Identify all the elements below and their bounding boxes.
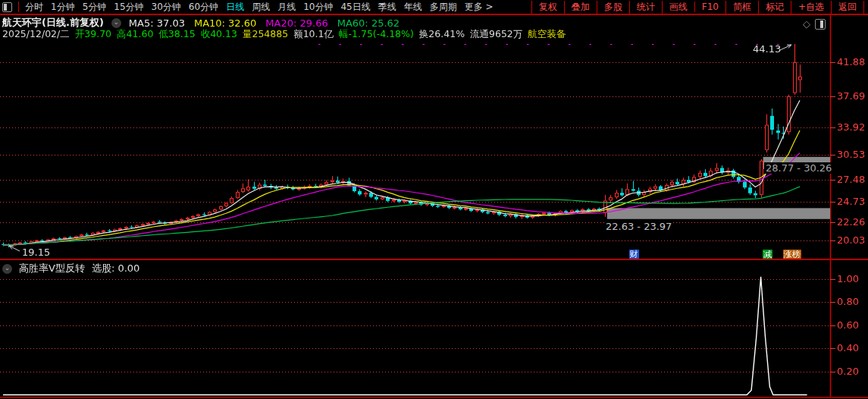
price-tick-label: 41.88 [837,56,865,68]
indicator-tick-label: 1.00 [837,273,859,284]
diamond-icon[interactable]: ◇ [803,18,810,30]
toolbar-action[interactable]: 画线 [662,1,694,14]
period-tab[interactable]: 月线 [277,1,296,14]
panel-divider [0,259,868,260]
price-tick-label: 33.92 [837,121,865,133]
toolbar-left: 分时1分钟5分钟15分钟30分钟60分钟日线周线月线10分钟45日线季线年线多周… [0,1,494,14]
quote-field: 幅-1.75(-4.18%) [339,28,414,41]
trading-terminal: 分时1分钟5分钟15分钟30分钟60分钟日线周线月线10分钟45日线季线年线多周… [0,0,868,399]
select-value: 0.00 [118,262,139,274]
toolbar-action[interactable]: 叠加 [564,1,597,14]
toolbar-action[interactable]: 复权 [531,1,564,14]
toolbar-action[interactable]: 标记 [758,1,791,14]
quote-field: 额10.1亿 [293,28,334,41]
quote-field: 高41.60 [117,28,153,41]
ma-label: MA60: 25.62 [337,17,400,29]
info-bar: 2025/12/02/二 开39.70高41.60低38.15收40.13量25… [2,28,566,41]
trade-date: 2025/12/02/二 [2,28,70,41]
indicator-tick-label: 0.60 [837,319,859,331]
toolbar-divider [18,2,19,12]
indicator-tick-label: 0.20 [837,366,859,377]
top-toolbar: 分时1分钟5分钟15分钟30分钟60分钟日线周线月线10分钟45日线季线年线多周… [0,0,868,15]
price-tick-label: 24.73 [837,196,865,207]
toolbar-actions: 复权叠加多股统计画线F10简框标记+自选返回 [531,1,864,14]
period-tab[interactable]: 年线 [404,1,422,14]
quote-field: 开39.70 [75,28,111,41]
quote-field: 流通9652万 [470,28,522,41]
price-tick-label: 20.03 [837,234,865,246]
band-range-label: 22.63 - 23.97 [604,221,673,232]
toolbar-action[interactable]: 多股 [597,1,629,14]
price-annotation: 19.15 [22,247,50,258]
quote-field: 量254885 [243,28,288,41]
price-tick-label: 30.53 [837,149,865,160]
toolbar-action[interactable]: 返回 [831,1,864,14]
split-window-icon[interactable] [2,2,12,12]
period-tab[interactable]: 45日线 [340,1,370,14]
price-tick-label: 22.26 [837,216,865,228]
quote-field: 换26.41% [419,28,465,41]
period-tab[interactable]: 周线 [252,1,270,14]
quote-field: 低38.15 [158,28,195,41]
price-tick-label: 27.48 [837,174,865,185]
period-tab[interactable]: 15分钟 [114,1,143,14]
toolbar-action[interactable]: F10 [694,2,725,12]
period-tab[interactable]: 60分钟 [189,1,218,14]
ma-label: MA5: 37.03 [129,17,185,29]
indicator-title: 高胜率V型反转 [19,262,85,275]
indicator-select: 选股: 0.00 [92,262,139,275]
period-tabs: 分时1分钟5分钟15分钟30分钟60分钟日线周线月线10分钟45日线季线年线多周… [25,1,494,14]
period-tab[interactable]: 多周期 [430,1,457,14]
chevron-down-icon[interactable]: ⌄ [2,264,12,274]
ma-label: MA20: 29.66 [265,17,327,29]
toolbar-action[interactable]: 简框 [725,1,758,14]
chart-canvas[interactable] [0,0,868,399]
chevron-down-icon[interactable]: ⌄ [111,18,121,28]
chart-corner-icons: ◇ [803,18,826,30]
band-range-label: 28.77 - 30.26 [764,162,833,174]
ma-label: MA10: 32.60 [194,17,256,29]
period-tab[interactable]: 1分钟 [51,1,75,14]
period-tab[interactable]: 5分钟 [83,1,107,14]
window-layout-icon[interactable] [815,19,826,30]
price-annotation: 44.13 [753,43,781,55]
toolbar-action[interactable]: 统计 [629,1,662,14]
toolbar-action[interactable]: +自选 [791,1,831,14]
period-tab[interactable]: 10分钟 [303,1,333,14]
indicator-header: ⌄ 高胜率V型反转 选股: 0.00 [2,262,139,275]
indicator-tick-label: 0.40 [837,342,859,353]
period-tab[interactable]: 更多 > [465,1,494,14]
period-tab[interactable]: 季线 [378,1,396,14]
period-tab[interactable]: 日线 [226,1,244,14]
period-tab[interactable]: 分时 [25,1,43,14]
indicator-tick-label: 0.80 [837,296,859,307]
price-tick-label: 37.69 [837,90,865,102]
quote-fields: 开39.70高41.60低38.15收40.13量254885额10.1亿幅-1… [75,28,566,41]
quote-field: 收40.13 [201,28,237,41]
period-tab[interactable]: 30分钟 [152,1,181,14]
ma-values: MA5: 37.03MA10: 32.60MA20: 29.66MA60: 25… [129,17,400,29]
quote-field: 航空装备 [528,28,566,41]
select-label: 选股: [92,262,114,274]
